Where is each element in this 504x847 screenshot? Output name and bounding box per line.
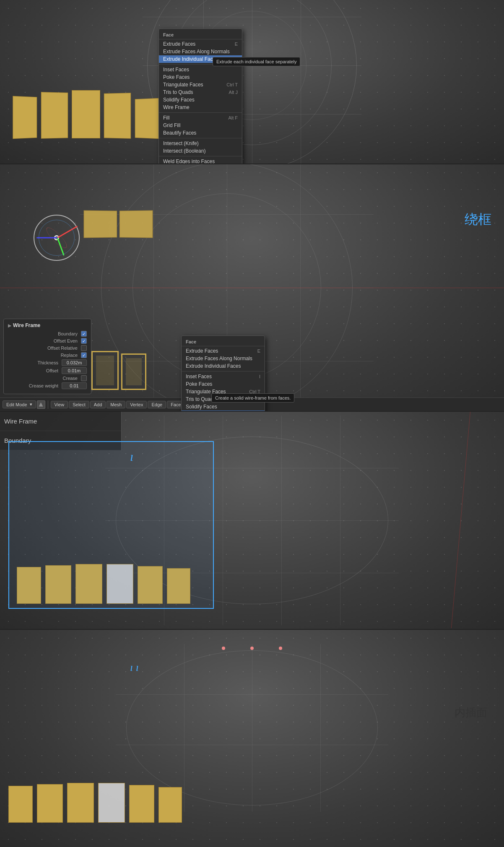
separator: [159, 138, 242, 138]
wf-label-replace: Replace: [8, 353, 78, 358]
menu-item-intersect-bool[interactable]: Intersect (Boolean): [159, 147, 242, 155]
wf-checkbox-boundary[interactable]: ✓: [81, 331, 87, 337]
menu-item-2-inset[interactable]: Inset FacesI: [182, 373, 265, 380]
wf-label-offset-relative: Offset Relative: [8, 346, 78, 351]
wf-row-offset-even: Offset Even ✓: [8, 338, 87, 344]
top-panel: Face Extrude FacesE Extrude Faces Along …: [0, 0, 504, 164]
wf-row-replace: Replace ✓: [8, 352, 87, 358]
face-context-menu-2: Face Extrude FacesE Extrude Faces Along …: [181, 335, 265, 411]
menu-item-grid-fill[interactable]: Grid Fill: [159, 122, 242, 129]
menu-item-poke[interactable]: Poke Faces: [159, 73, 242, 81]
face-panel: [37, 784, 63, 823]
wf-panel-title: ▶ Wire Frame: [8, 322, 87, 328]
wf-row-boundary: Boundary ✓: [8, 331, 87, 337]
face-panel: [13, 96, 37, 139]
mode-icon[interactable]: [37, 400, 45, 409]
menu-item-2-extrude-individual[interactable]: Extrude Individual Faces: [182, 362, 265, 370]
wf-row-crease: Crease: [8, 375, 87, 381]
top-dots: [222, 647, 282, 650]
wf-row-thickness: Thickness 0.032m: [8, 359, 87, 366]
face-panels-top: [13, 90, 159, 138]
menu-item-inset[interactable]: Inset Faces: [159, 66, 242, 73]
add-btn[interactable]: Add: [90, 401, 106, 408]
face-panel: [104, 93, 131, 139]
wf-value-thickness[interactable]: 0.032m: [62, 359, 87, 366]
menu-item-2-solidify[interactable]: Solidify Faces: [182, 403, 265, 411]
wf-checkbox-offset-relative[interactable]: [81, 345, 87, 351]
face-panel: [67, 783, 94, 823]
face-panel: [8, 786, 33, 823]
menu-item-2-extrude-faces[interactable]: Extrude FacesE: [182, 347, 265, 355]
menu-item-extrude-individual[interactable]: Extrude Individual Faces: [159, 55, 242, 63]
mesh-btn[interactable]: Mesh: [107, 401, 125, 408]
separator-v: [48, 400, 48, 409]
mid-panel: Face Extrude FacesE Extrude Faces Along …: [0, 164, 504, 411]
wf-row-offset-relative: Offset Relative: [8, 345, 87, 351]
face-panel-highlighted-2: [98, 783, 125, 823]
menu-item-weld-edges[interactable]: Weld Edges into Faces: [159, 158, 242, 164]
face-panel: [129, 785, 154, 823]
edit-mode-dropdown[interactable]: Edit Mode ▾: [3, 400, 36, 408]
select-btn[interactable]: Select: [69, 401, 89, 408]
menu-item-wireframe[interactable]: Wire Frame: [159, 104, 242, 111]
wf-label-boundary: Boundary: [8, 331, 78, 336]
transform-gizmo: [34, 215, 80, 261]
wf-label-crease: Crease: [8, 376, 78, 381]
bot-panel-bottom: ı ı 内插面: [0, 630, 504, 847]
menu-item-tris-quads[interactable]: Tris to QuadsAlt J: [159, 88, 242, 96]
face-panel: [135, 98, 159, 139]
menu-item-fill[interactable]: FillAlt F: [159, 114, 242, 122]
face-panels-bot-bottom: [8, 783, 182, 823]
wf-checkbox-crease[interactable]: [81, 375, 87, 381]
menu-item-extrude-faces[interactable]: Extrude FacesE: [159, 40, 242, 48]
edge-btn[interactable]: Edge: [148, 401, 166, 408]
menu-item-beautify[interactable]: Beautify Faces: [159, 129, 242, 137]
wf-label-offset: Offset: [8, 368, 58, 373]
menu-item-solidify[interactable]: Solidify Faces: [159, 96, 242, 104]
face-panel: [158, 787, 182, 823]
separator: [159, 156, 242, 156]
wf-row-crease-weight: Crease weight 0.01: [8, 382, 87, 389]
wf-value-crease-weight[interactable]: 0.01: [62, 382, 87, 389]
wf-label-crease-weight: Crease weight: [8, 383, 58, 388]
inset-selection-rect: [8, 441, 214, 609]
vertex-btn[interactable]: Vertex: [126, 401, 147, 408]
wf-label-thickness: Thickness: [8, 360, 58, 365]
bot-panel: ı ı ı 内插面: [0, 411, 504, 847]
wf-row-offset: Offset 0.01m: [8, 367, 87, 374]
face-panel: [72, 90, 100, 138]
menu-item-2-extrude-normals[interactable]: Extrude Faces Along Normals: [182, 355, 265, 362]
separator: [159, 112, 242, 113]
inset-faces-label: 内插面: [455, 705, 487, 720]
x-axis-line: [0, 288, 504, 288]
wf-value-offset[interactable]: 0.01m: [62, 367, 87, 374]
menu-item-extrude-normals[interactable]: Extrude Faces Along Normals: [159, 48, 242, 55]
menu-item-triangulate[interactable]: Triangulate FacesCtrl T: [159, 81, 242, 88]
view-btn[interactable]: View: [51, 401, 68, 408]
face-panel: [41, 92, 68, 139]
separator: [159, 64, 242, 65]
menu-title-2: Face: [182, 338, 265, 346]
wireframe-settings-panel: ▶ Wire Frame Boundary ✓ Offset Even ✓ Of…: [3, 319, 91, 394]
menu-item-2-poke[interactable]: Poke Faces: [182, 380, 265, 388]
menu-item-2-wireframe[interactable]: Wire Frame: [182, 411, 265, 411]
face-context-menu-1: Face Extrude FacesE Extrude Faces Along …: [158, 29, 242, 164]
menu-item-2-triangulate[interactable]: Triangulate FacesCtrl T: [182, 388, 265, 395]
wf-label-offset-even: Offset Even: [8, 338, 78, 343]
menu-title-1: Face: [159, 31, 242, 39]
bot-panel-top: ı: [0, 412, 504, 630]
menu-item-intersect-knife[interactable]: Intersect (Knife): [159, 140, 242, 147]
separator: [182, 371, 265, 372]
wf-checkbox-offset-even[interactable]: ✓: [81, 338, 87, 344]
sidebar-wireframe-label: Wire Frame: [0, 412, 121, 431]
wf-checkbox-replace[interactable]: ✓: [81, 352, 87, 358]
menu-item-2-tris-quads[interactable]: Tris to QuadsAlt J: [182, 395, 265, 403]
